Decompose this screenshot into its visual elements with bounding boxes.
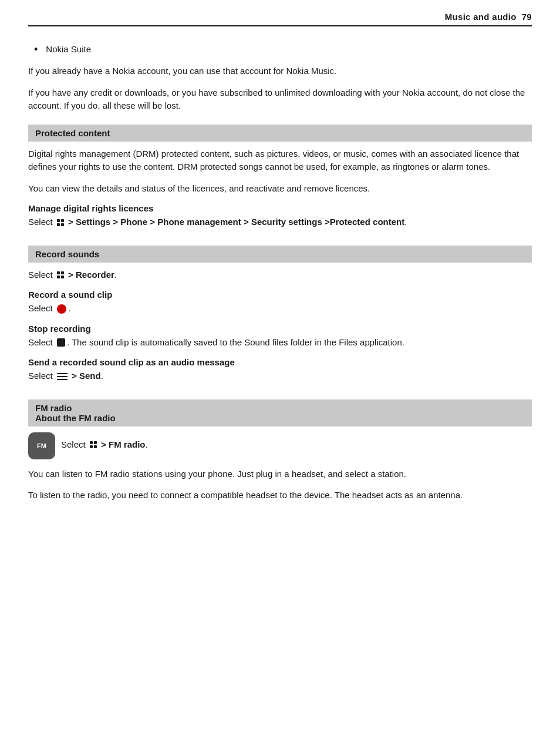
record-sounds-instruction: Select > Recorder. xyxy=(28,268,532,282)
bullet-text-nokia-suite: Nokia Suite xyxy=(46,43,91,56)
select-label-record: Select xyxy=(28,302,53,315)
phone-label: Phone xyxy=(120,216,147,229)
send-clip-title: Send a recorded sound clip as an audio m… xyxy=(28,357,532,367)
paragraph-nokia-account: If you already have a Nokia account, you… xyxy=(28,65,532,78)
select-label-fm: Select xyxy=(61,438,86,452)
record-clip-title: Record a sound clip xyxy=(28,290,532,300)
fm-radio-instruction-line: Select > FM radio. xyxy=(28,432,532,459)
header-page-number: 79 xyxy=(522,12,532,22)
record-icon xyxy=(57,304,66,314)
record-sounds-header: Record sounds xyxy=(28,246,532,263)
fm-radio-paragraph-1: You can listen to FM radio stations usin… xyxy=(28,468,532,481)
select-label-recorder: Select xyxy=(28,268,53,282)
stop-description: . The sound clip is automatically saved … xyxy=(67,336,404,350)
fm-radio-instruction: Select > FM radio. xyxy=(61,438,148,452)
page-container: Music and audio 79 • Nokia Suite If you … xyxy=(0,0,560,739)
select-label-stop: Select xyxy=(28,336,53,350)
protected-content-label: Protected content xyxy=(330,216,405,229)
drm-paragraph-2: You can view the details and status of t… xyxy=(28,182,532,196)
settings-label: Settings xyxy=(76,216,110,229)
send-label: Send xyxy=(79,370,101,383)
fm-radio-about-title: About the FM radio xyxy=(35,413,525,423)
bullet-dot: • xyxy=(34,43,38,56)
fm-radio-label: FM radio xyxy=(109,438,146,452)
menu-icon xyxy=(57,373,68,380)
fm-radio-app-icon xyxy=(28,432,55,459)
send-clip-instruction: Select > Send. xyxy=(28,370,532,383)
grid-icon-recorder xyxy=(57,271,64,278)
record-sounds-title: Record sounds xyxy=(35,249,99,259)
drm-paragraph-1: Digital rights management (DRM) protecte… xyxy=(28,147,532,174)
paragraph-credit-downloads: If you have any credit or downloads, or … xyxy=(28,86,532,113)
record-sounds-section: Record sounds Select > Recorder. Record … xyxy=(28,246,532,383)
phone-management-label: Phone management xyxy=(157,216,241,229)
stop-icon xyxy=(57,338,65,347)
stop-recording-instruction: Select . The sound clip is automatically… xyxy=(28,336,532,350)
page-header: Music and audio 79 xyxy=(28,12,532,26)
fm-radio-header: FM radio About the FM radio xyxy=(28,399,532,426)
grid-icon-drm xyxy=(57,219,64,226)
fm-radio-section-title: FM radio xyxy=(35,403,525,413)
fm-radio-section: FM radio About the FM radio Select > FM … xyxy=(28,399,532,502)
select-label-send: Select xyxy=(28,370,53,383)
security-settings-label: Security settings xyxy=(251,216,322,229)
bullet-item-nokia-suite: • Nokia Suite xyxy=(28,43,532,56)
grid-icon-fm xyxy=(90,441,97,448)
manage-drm-title: Manage digital rights licences xyxy=(28,203,532,213)
protected-content-title: Protected content xyxy=(35,128,110,138)
record-clip-instruction: Select . xyxy=(28,302,532,315)
protected-content-section: Protected content Digital rights managem… xyxy=(28,125,532,229)
protected-content-header: Protected content xyxy=(28,125,532,142)
stop-recording-title: Stop recording xyxy=(28,324,532,334)
header-title: Music and audio 79 xyxy=(445,12,532,22)
select-label-drm: Select xyxy=(28,216,53,229)
header-title-text: Music and audio xyxy=(445,12,517,22)
manage-drm-instruction: Select > Settings > Phone > Phone manage… xyxy=(28,216,532,229)
fm-radio-paragraph-2: To listen to the radio, you need to conn… xyxy=(28,489,532,502)
recorder-label: Recorder xyxy=(76,268,114,282)
